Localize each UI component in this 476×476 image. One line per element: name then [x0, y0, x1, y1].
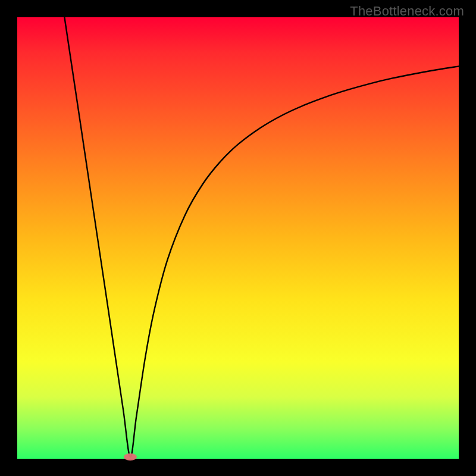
bottleneck-curve	[64, 17, 459, 457]
chart-frame: TheBottleneck.com	[0, 0, 476, 476]
minimum-marker	[124, 453, 137, 461]
curve-svg	[17, 17, 459, 459]
plot-area	[17, 17, 459, 459]
